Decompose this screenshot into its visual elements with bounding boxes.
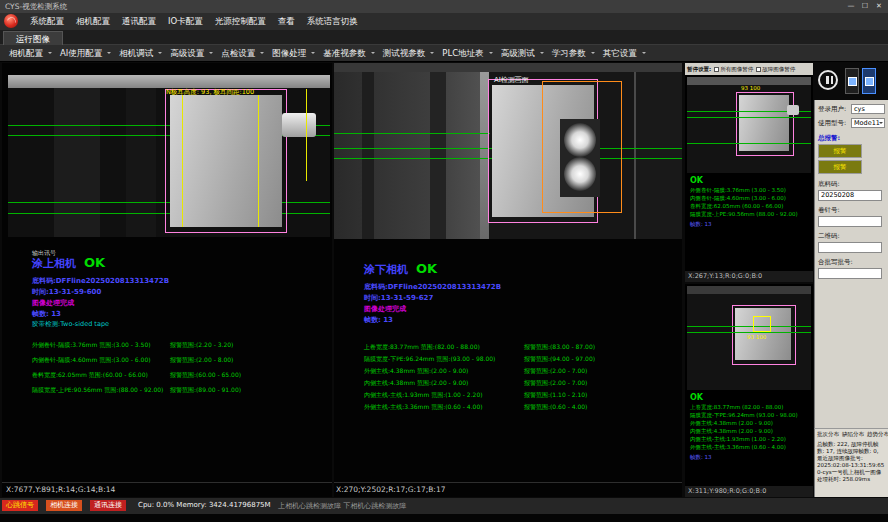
machine-slat (430, 72, 446, 239)
status-bar: 心跳信号 相机连接 通讯连接 Cpu: 0.0% Memory: 3424.41… (0, 498, 888, 514)
window-title: CYS-视觉检测系统 (5, 2, 67, 11)
thumbnail-image[interactable]: 93 100 (687, 77, 811, 173)
menu-io-config[interactable]: IO卡配置 (162, 13, 209, 30)
menu-bar: 系统配置 相机配置 通讯配置 IO卡配置 光源控制配置 查看 系统语言切换 (0, 13, 888, 30)
pause-settings-label: 暂停设置: (687, 66, 711, 72)
camera-warning-text: 上相机心跳检测故障 下相机心跳检测故障 (278, 501, 406, 511)
measure-line-green (687, 117, 811, 118)
menu-language-switch[interactable]: 系统语言切换 (301, 13, 364, 30)
qr-code-input[interactable] (818, 242, 882, 253)
menu-camera-config[interactable]: 相机配置 (70, 13, 116, 30)
ng-pause-label: 故障图像暂停 (762, 66, 795, 72)
stats-line: 处理耗时: 258.09ms (817, 476, 870, 483)
image-view-button-1[interactable] (845, 68, 859, 94)
model-label: 使用型号: (818, 119, 846, 128)
roi-rect-pink (165, 89, 287, 233)
lower-camera-panel: AI检测画面 涂下相机OK 底料码:DFFline202502081331347… (334, 63, 682, 497)
overlay-ai-label: AI检测画面 (494, 75, 529, 85)
tool-camera-debug[interactable]: 相机调试 (114, 45, 165, 62)
statistics-panel: 批次分布 缺陷分布 趋势分布 总帧数: 222, 故障停机帧 数: 17, 连续… (814, 428, 888, 497)
thumb-measure-line: 内侧主线-主线:1.93mm (1.00 - 2.20) (690, 436, 786, 443)
frame-count-label: 帧数: (32, 310, 49, 318)
thumb-measure-line: 卷料宽度:62.05mm (60.00 - 66.00) (690, 203, 783, 210)
thumb-result-ok: OK (690, 176, 703, 185)
alarm-range: 报警范围:(94.00 - 97.00) (524, 355, 595, 364)
tool-test-params[interactable]: 测试视参数 (378, 45, 438, 62)
stats-line: 2025:02:08-13:31:59:65 (817, 462, 884, 468)
tool-baseline-params[interactable]: 基准视参数 (318, 45, 378, 62)
stats-tab-trend[interactable]: 趋势分布 (867, 431, 888, 438)
needle-number-input[interactable] (818, 216, 882, 227)
tab-run-image[interactable]: 运行图像 (3, 31, 63, 45)
tape-info-text: 胶带检测:Two-sided tape (32, 320, 109, 329)
pixel-status-readout: X:7677,Y:891;R:14;G:14;B:14 (6, 485, 115, 494)
maximize-button[interactable]: ☐ (858, 0, 872, 13)
app-logo-icon (4, 14, 18, 28)
frame-count-text: 帧数: 13 (32, 309, 61, 319)
pixel-status-readout: X:270;Y:2502;R:17;G:17;B:17 (336, 485, 445, 494)
thumb-measure-line: 隔膜宽度-上PE:90.56mm (88.00 - 92.00) (690, 211, 798, 218)
measurement-row: 外侧主线-主线:3.36mm 范围:(0.60 - 4.00) (364, 403, 483, 412)
thumbnail-image[interactable]: 93 100 (687, 286, 811, 390)
write-batch-input[interactable] (818, 268, 882, 279)
checkbox-ng-pause[interactable] (756, 67, 761, 72)
tool-plc-address[interactable]: PLC地址表 (437, 45, 495, 62)
measurement-row: 隔膜宽度-上PE:90.56mm 范围:(88.00 - 92.00) (32, 386, 163, 395)
write-batch-label: 合批写批号: (818, 258, 853, 267)
tool-advanced-test[interactable]: 高级测试 (496, 45, 547, 62)
measurement-row: 外侧卷针-隔膜:3.76mm 范围:(3.00 - 3.50) (32, 341, 151, 350)
time-text: 时间:13-31-59-627 (364, 293, 433, 303)
stats-tab-batch[interactable]: 批次分布 (817, 431, 839, 438)
alarm-indicator-1: 报警 (818, 144, 862, 158)
login-user-value[interactable]: cys (851, 104, 885, 114)
pause-button[interactable] (818, 70, 838, 90)
camera-name: 涂上相机 (32, 257, 76, 270)
divider (334, 482, 682, 483)
tool-advanced-settings[interactable]: 高级设置 (165, 45, 216, 62)
image-view-button-2[interactable] (862, 68, 876, 94)
thumb-measure-line: 外侧主线-主线:3.36mm (0.60 - 4.00) (690, 444, 786, 451)
pixel-status-readout: X:267;Y:13;R:0;G:0;B:0 (685, 271, 813, 282)
thumb-measure-line: 内侧卷针-隔膜:4.60mm (3.00 - 6.00) (690, 195, 786, 202)
checkbox-all-pause[interactable] (714, 67, 719, 72)
measure-line-yellow (306, 89, 307, 181)
roi-rect-orange (542, 81, 622, 213)
thumb-measure-line: 外侧主线:4.38mm (2.00 - 9.00) (690, 420, 773, 427)
menu-view[interactable]: 查看 (272, 13, 301, 30)
model-select[interactable]: Mode11 (851, 118, 885, 128)
upper-camera-image[interactable]: N极耳高度: 93, 极耳间距:100 (8, 75, 330, 237)
alarm-indicator-2: 报警 (818, 160, 862, 174)
stats-tab-defect[interactable]: 缺陷分布 (842, 431, 864, 438)
machine-rail (334, 63, 682, 72)
measure-line-green (687, 332, 811, 333)
qr-code-label: 二维码: (818, 232, 840, 241)
tool-learn-params[interactable]: 学习参数 (547, 45, 598, 62)
stats-line: 最近故障图像批号: (817, 455, 863, 462)
measurement-row: 内侧卷针-隔膜:4.60mm 范围:(3.00 - 6.00) (32, 356, 151, 365)
process-done-text: 图像处理完成 (32, 298, 74, 308)
machine-column (334, 72, 482, 239)
tool-other-settings[interactable]: 其它设置 (598, 45, 649, 62)
tab-strip: 运行图像 (0, 30, 888, 45)
roi-rect-pink (736, 92, 794, 156)
minimize-button[interactable]: — (844, 0, 858, 13)
menu-system-config[interactable]: 系统配置 (24, 13, 70, 30)
measure-line-green (687, 326, 811, 327)
lower-camera-thumbnail: 93 100 OK 上卷宽度:83.77mm (82.00 - 88.00) 隔… (685, 284, 813, 497)
thumb-frame-count: 帧数: 13 (690, 454, 712, 461)
batch-code-value[interactable]: 20250208 (818, 190, 882, 201)
tool-spot-check[interactable]: 点检设置 (216, 45, 267, 62)
alarm-range: 报警范围:(89.00 - 91.00) (170, 386, 241, 395)
menu-comm-config[interactable]: 通讯配置 (116, 13, 162, 30)
tool-ai-config[interactable]: AI使用配置 (55, 45, 114, 62)
tool-image-process[interactable]: 图像处理 (267, 45, 318, 62)
time-text: 时间:13-31-59-600 (32, 287, 101, 297)
lower-camera-image[interactable]: AI检测画面 (334, 63, 682, 239)
alarm-range: 报警范围:(2.00 - 7.00) (524, 367, 587, 376)
tool-camera-config[interactable]: 相机配置 (4, 45, 55, 62)
divider (2, 482, 332, 483)
menu-light-config[interactable]: 光源控制配置 (209, 13, 272, 30)
alarm-range: 报警范围:(0.60 - 4.00) (524, 403, 587, 412)
close-button[interactable]: ✕ (872, 0, 886, 13)
toolbar: 相机配置 AI使用配置 相机调试 高级设置 点检设置 图像处理 基准视参数 测试… (0, 45, 888, 62)
